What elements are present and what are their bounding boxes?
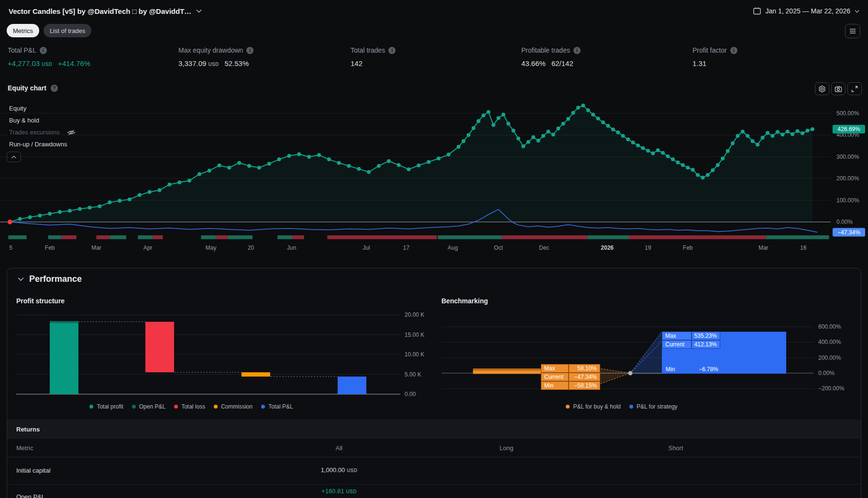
svg-text:10.00 K: 10.00 K <box>405 351 424 358</box>
legend-item[interactable]: Total P&L <box>261 403 293 410</box>
commission-dot <box>214 405 218 409</box>
strategy-title-menu[interactable]: Vector Candles [v5] by @DavidTech □ by @… <box>9 7 202 15</box>
summary-stats-row: Total P&Li +4,277.03USD+414.76% Max equi… <box>0 46 868 78</box>
stat-value: +4,277.03 <box>8 59 40 67</box>
chart-settings-button[interactable] <box>815 82 829 95</box>
rows-icon <box>849 28 857 34</box>
svg-text:Oct: Oct <box>494 244 503 251</box>
collapse-legend-button[interactable] <box>7 152 21 162</box>
svg-text:−47.34%: −47.34% <box>837 229 860 236</box>
topbar: Vector Candles [v5] by @DavidTech □ by @… <box>0 0 868 22</box>
svg-text:20.00 K: 20.00 K <box>405 311 424 318</box>
stat-value: 1.31 <box>692 59 706 67</box>
legend-equity[interactable]: Equity <box>7 102 76 114</box>
svg-text:400.00%: 400.00% <box>818 339 841 345</box>
svg-text:200.00%: 200.00% <box>836 175 859 182</box>
svg-text:426.69%: 426.69% <box>837 126 860 133</box>
svg-text:Aug: Aug <box>448 244 458 251</box>
svg-text:0.00: 0.00 <box>405 391 416 398</box>
svg-text:16: 16 <box>800 244 807 251</box>
legend-trades-excursions[interactable]: Trades excursions <box>7 126 76 138</box>
chevron-down-icon <box>18 277 24 281</box>
table-layout-button[interactable] <box>845 24 860 38</box>
legend-runup-drawdowns[interactable]: Run-up / Drawdowns <box>7 138 76 150</box>
tab-list-of-trades[interactable]: List of trades <box>44 24 91 37</box>
help-icon[interactable]: ? <box>51 85 58 92</box>
svg-text:Jun: Jun <box>287 244 296 251</box>
svg-text:19: 19 <box>645 244 651 251</box>
stat-label: Profitable trades <box>521 46 570 54</box>
stat-profit-factor: Profit factori 1.31 <box>692 46 737 67</box>
svg-text:May: May <box>206 244 217 251</box>
stat-value: 3,337.09 <box>178 59 206 67</box>
column-short: Short <box>668 444 683 452</box>
svg-text:Dec: Dec <box>539 244 549 251</box>
info-icon[interactable]: i <box>730 47 737 54</box>
benchmarking-legend: P&L for buy & hold P&L for strategy <box>433 403 811 410</box>
fullscreen-button[interactable] <box>847 82 862 95</box>
total-loss-dot <box>174 405 178 409</box>
column-all: All <box>336 444 342 452</box>
stat-value: 43.66% <box>521 59 546 67</box>
svg-text:Mar: Mar <box>758 244 769 251</box>
svg-text:Apr: Apr <box>143 244 153 251</box>
svg-text:Jul: Jul <box>363 244 370 251</box>
calendar-icon <box>753 7 761 15</box>
stat-label: Profit factor <box>692 46 727 54</box>
legend-item[interactable]: P&L for buy & hold <box>566 403 621 410</box>
gear-icon <box>818 85 826 93</box>
info-icon[interactable]: i <box>246 47 253 54</box>
date-range-picker[interactable]: Jan 1, 2025 — Mar 22, 2026 <box>753 7 859 15</box>
svg-text:200.00%: 200.00% <box>818 354 841 361</box>
info-icon[interactable]: i <box>40 47 47 54</box>
performance-title: Performance <box>29 274 82 284</box>
svg-text:15.00 K: 15.00 K <box>405 332 424 338</box>
table-row-open-pnl: Open P&L +160.81USD <box>7 485 861 498</box>
equity-chart-tools <box>815 82 862 95</box>
buyhold-dot <box>566 405 570 409</box>
profit-structure-chart[interactable]: 20.00 K15.00 K10.00 K5.00 K0.00 <box>7 307 433 405</box>
expand-icon <box>851 85 858 93</box>
info-icon[interactable]: i <box>573 47 581 54</box>
equity-chart-header: Equity chart ? <box>8 84 58 92</box>
chevron-up-icon <box>11 155 17 159</box>
tab-metrics[interactable]: Metrics <box>7 24 39 37</box>
info-icon[interactable]: i <box>388 47 396 54</box>
buyhold-range-table: Max58.10% Current−47.34% Min−58.15% <box>541 364 600 390</box>
svg-text:5.00 K: 5.00 K <box>405 371 421 378</box>
svg-text:5: 5 <box>9 244 12 251</box>
performance-section: Performance Profit structure Benchmarkin… <box>7 268 861 498</box>
chevron-down-icon <box>196 9 202 13</box>
equity-chart-legend: Equity Buy & hold Trades excursions Run-… <box>7 102 76 150</box>
strategy-range-table: Max535.23% Current412.13% <box>662 332 720 349</box>
open-pnl-dot <box>132 405 136 409</box>
equity-chart-canvas[interactable]: 500.00%400.00%300.00%200.00%100.00%0.00%… <box>0 96 868 256</box>
stat-max-drawdown: Max equity drawdowni 3,337.09USD52.53% <box>178 46 253 67</box>
svg-text:2026: 2026 <box>601 244 614 251</box>
benchmarking-chart[interactable]: 600.00%400.00%200.00%0.00%−200.00% <box>433 307 858 405</box>
legend-item[interactable]: Total profit <box>89 403 123 410</box>
total-pnl-dot <box>261 405 265 409</box>
legend-buy-hold[interactable]: Buy & hold <box>7 114 76 126</box>
returns-section-header[interactable]: Returns <box>7 420 861 439</box>
camera-icon <box>835 85 842 93</box>
stat-label: Total P&L <box>8 46 36 54</box>
svg-text:Feb: Feb <box>683 244 693 251</box>
legend-item[interactable]: P&L for strategy <box>629 403 678 410</box>
legend-item[interactable]: Commission <box>214 403 253 410</box>
performance-header[interactable]: Performance <box>18 274 82 284</box>
legend-item[interactable]: Total loss <box>174 403 205 410</box>
strategy-min-label: Min−6.78% <box>666 366 718 373</box>
legend-item[interactable]: Open P&L <box>132 403 165 410</box>
svg-text:−200.00%: −200.00% <box>818 385 845 392</box>
column-long: Long <box>500 444 514 452</box>
returns-table-header: Metric All Long Short <box>7 439 861 457</box>
strategy-dot <box>629 405 633 409</box>
svg-text:300.00%: 300.00% <box>836 154 859 160</box>
strategy-tester-panel: Vector Candles [v5] by @DavidTech □ by @… <box>0 0 868 498</box>
stat-value: 142 <box>351 59 363 67</box>
svg-text:500.00%: 500.00% <box>836 110 859 117</box>
screenshot-button[interactable] <box>831 82 846 95</box>
table-row-initial-capital: Initial capital 1,000.00USD <box>7 457 861 485</box>
eye-off-icon[interactable] <box>67 129 76 136</box>
